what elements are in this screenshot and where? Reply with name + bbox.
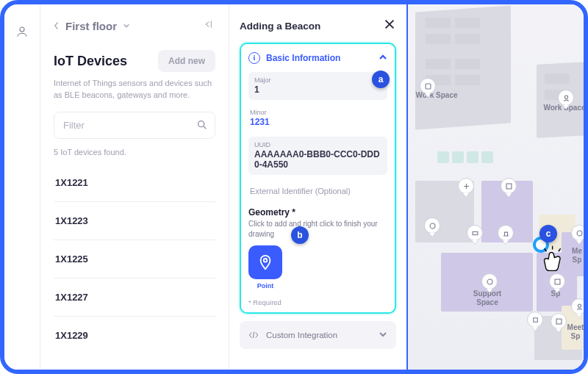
major-field[interactable]: Major 1 (248, 72, 387, 100)
svg-point-4 (564, 96, 567, 98)
device-item[interactable]: 1X1225 (54, 240, 215, 278)
map-pin[interactable] (424, 217, 440, 234)
svg-point-2 (264, 259, 268, 262)
breadcrumb[interactable]: First floor (54, 20, 130, 32)
device-list: 1X1221 1X1223 1X1225 1X1227 1X1229 (54, 164, 215, 354)
field-label: Major (254, 76, 381, 84)
svg-rect-10 (556, 319, 562, 324)
map-pin[interactable] (458, 178, 474, 194)
search-icon[interactable] (196, 119, 208, 131)
map-label: Meet Sp (563, 323, 584, 341)
add-new-button[interactable]: Add new (158, 50, 215, 72)
user-icon[interactable] (15, 25, 29, 370)
callout-a: a (372, 71, 390, 88)
breadcrumb-label: First floor (65, 20, 117, 32)
device-item[interactable]: 1X1229 (54, 317, 215, 354)
svg-rect-7 (473, 231, 478, 234)
required-note: * Required (248, 298, 387, 306)
field-value: 1231 (250, 117, 381, 127)
collapse-panel-icon[interactable] (204, 19, 215, 32)
uuid-field[interactable]: UUID AAAAAAA0-BBB0-CCC0-DDD0-4A550 (248, 137, 387, 175)
click-cursor-icon (537, 245, 570, 278)
map-pin[interactable] (551, 313, 567, 329)
map-pin[interactable] (571, 225, 584, 241)
section-description: Internet of Things sensors and devices s… (54, 78, 215, 101)
svg-point-1 (198, 121, 204, 127)
panel-title: Adding a Beacon (240, 21, 320, 32)
svg-point-12 (577, 231, 582, 236)
field-value: AAAAAAA0-BBB0-CCC0-DDD0-4A550 (254, 149, 381, 170)
minor-field[interactable]: Minor 1231 (248, 104, 387, 132)
map-panel[interactable]: Work Space Work Space Support Space Me S… (406, 4, 584, 370)
geometry-desc: Click to add and right click to finish y… (248, 219, 387, 240)
device-item[interactable]: 1X1227 (54, 278, 215, 317)
device-count: 5 IoT devices found. (54, 148, 215, 157)
field-label: Minor (250, 109, 381, 116)
geometry-title: Geometry * (248, 207, 387, 217)
svg-point-8 (487, 279, 492, 284)
custom-integration-label: Custom Integration (266, 331, 337, 339)
map-label: Work Space (411, 91, 462, 100)
point-tool-button[interactable] (248, 245, 282, 279)
info-icon (248, 52, 260, 64)
chevron-down-icon (379, 330, 387, 340)
map-pin[interactable] (467, 225, 483, 241)
custom-integration-section[interactable]: Custom Integration (240, 321, 396, 349)
device-item[interactable]: 1X1223 (54, 202, 215, 240)
callout-c: c (539, 225, 557, 242)
svg-point-0 (20, 27, 24, 32)
map-pin[interactable] (498, 225, 514, 241)
svg-point-6 (430, 223, 435, 229)
map-pin[interactable] (481, 273, 498, 290)
svg-rect-5 (506, 184, 512, 189)
svg-rect-9 (555, 279, 560, 284)
map-pin[interactable] (527, 312, 543, 328)
map-pin[interactable] (571, 298, 584, 314)
point-label: Point (248, 282, 282, 290)
callout-b: b (291, 226, 309, 244)
map-label: Work Space (539, 104, 584, 112)
map-pin[interactable] (501, 178, 517, 194)
code-icon (248, 330, 259, 340)
map-pin[interactable] (420, 78, 436, 94)
close-icon[interactable] (383, 18, 396, 34)
svg-point-11 (578, 304, 581, 307)
field-label: UUID (254, 141, 381, 148)
chevron-up-icon[interactable] (379, 51, 387, 65)
app-frame: First floor IoT Devices Add new Internet… (0, 0, 588, 374)
external-id-input[interactable] (248, 179, 387, 200)
filter-input[interactable] (54, 112, 215, 139)
map-pin[interactable] (558, 90, 574, 106)
left-panel: First floor IoT Devices Add new Internet… (40, 4, 229, 370)
field-value: 1 (254, 84, 381, 95)
section-title: IoT Devices (54, 54, 127, 69)
nav-strip (4, 4, 40, 370)
device-item[interactable]: 1X1221 (54, 164, 215, 202)
middle-panel: Adding a Beacon Basic Information Major … (229, 4, 406, 370)
card-title: Basic Information (266, 53, 340, 63)
svg-rect-3 (426, 84, 431, 89)
